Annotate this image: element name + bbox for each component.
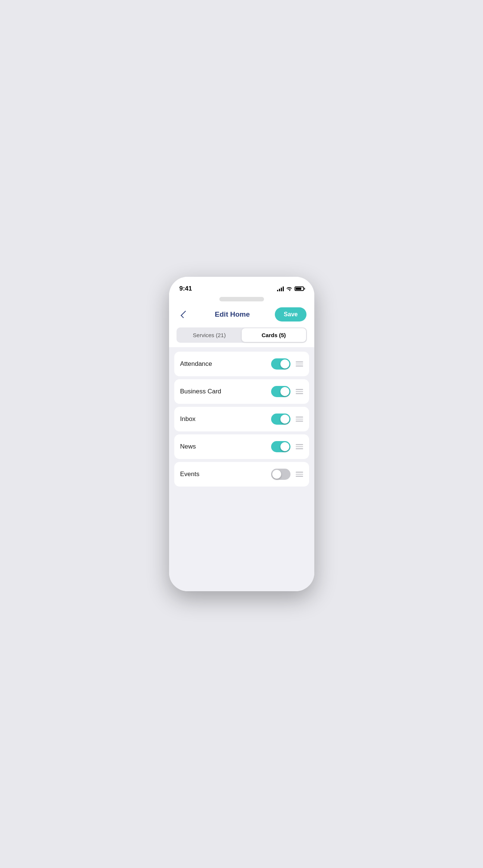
item-label-inbox: Inbox xyxy=(180,415,196,423)
drag-handle-business-card[interactable] xyxy=(296,389,303,394)
segment-control: Services (21) Cards (5) xyxy=(177,327,307,343)
save-button[interactable]: Save xyxy=(275,307,306,321)
battery-icon xyxy=(295,286,304,291)
dynamic-island-area xyxy=(169,295,314,304)
list-item: Events xyxy=(174,462,309,487)
toggle-events[interactable] xyxy=(271,469,290,480)
tab-services[interactable]: Services (21) xyxy=(177,328,242,342)
list-item: Business Card xyxy=(174,379,309,404)
list-item: Attendance xyxy=(174,352,309,376)
wifi-icon xyxy=(286,286,292,291)
dynamic-island xyxy=(219,297,264,301)
status-bar: 9:41 xyxy=(169,277,314,295)
item-label-business-card: Business Card xyxy=(180,388,222,395)
content-area: Attendance Business Card xyxy=(169,347,314,591)
item-label-attendance: Attendance xyxy=(180,360,212,368)
item-controls-news xyxy=(271,441,303,452)
phone-frame: 9:41 Edit xyxy=(169,277,314,591)
item-label-events: Events xyxy=(180,471,200,478)
signal-bars-icon xyxy=(277,286,284,291)
back-button[interactable] xyxy=(177,308,190,321)
page-title: Edit Home xyxy=(215,310,250,319)
back-chevron-icon xyxy=(181,311,188,318)
toggle-attendance[interactable] xyxy=(271,358,290,370)
item-label-news: News xyxy=(180,443,196,450)
status-time: 9:41 xyxy=(179,285,192,292)
item-controls-business-card xyxy=(271,386,303,397)
drag-handle-inbox[interactable] xyxy=(296,416,303,422)
toggle-business-card[interactable] xyxy=(271,386,290,397)
nav-bar: Edit Home Save xyxy=(169,304,314,326)
drag-handle-attendance[interactable] xyxy=(296,361,303,367)
drag-handle-events[interactable] xyxy=(296,472,303,477)
list-item: News xyxy=(174,434,309,459)
item-controls-attendance xyxy=(271,358,303,370)
tab-cards[interactable]: Cards (5) xyxy=(242,328,306,342)
status-icons xyxy=(277,286,304,291)
list-item: Inbox xyxy=(174,407,309,431)
toggle-inbox[interactable] xyxy=(271,414,290,425)
item-controls-inbox xyxy=(271,414,303,425)
item-controls-events xyxy=(271,469,303,480)
toggle-news[interactable] xyxy=(271,441,290,452)
drag-handle-news[interactable] xyxy=(296,444,303,449)
